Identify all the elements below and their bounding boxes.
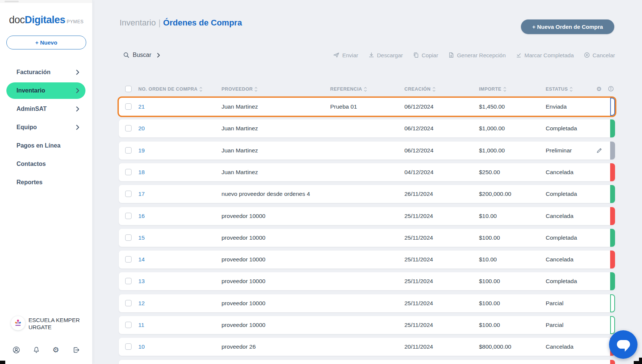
- cell-proveedor: Juan Martinez: [221, 119, 258, 137]
- cell-creacion: 06/12/2024: [404, 119, 434, 137]
- table-row[interactable]: 11 proveedor 10000 25/11/2024 $100.00 Pa…: [119, 316, 615, 334]
- row-checkbox[interactable]: [125, 300, 132, 306]
- cell-importe: $100.00: [479, 316, 500, 334]
- cell-order-number[interactable]: 20: [138, 119, 145, 137]
- cell-order-number[interactable]: 11: [138, 316, 144, 334]
- sort-icon[interactable]: [570, 87, 573, 92]
- column-header-estatus[interactable]: ESTATUS: [546, 85, 573, 94]
- table-row[interactable]: [119, 360, 615, 364]
- download-button[interactable]: Descargar: [368, 52, 403, 58]
- sidebar-item-facturación[interactable]: Facturación: [6, 64, 85, 81]
- mark-completed-button[interactable]: Marcar Completada: [516, 52, 574, 58]
- sort-icon[interactable]: [254, 87, 257, 92]
- bulk-actions-toolbar: Enviar Descargar Copiar Generar Recepció…: [330, 50, 615, 60]
- cell-order-number[interactable]: 18: [138, 163, 145, 181]
- cell-order-number[interactable]: 15: [138, 229, 145, 247]
- table-row[interactable]: 20 Juan Martinez 06/12/2024 $1,000.00 Co…: [119, 119, 615, 137]
- row-checkbox[interactable]: [125, 103, 132, 110]
- column-settings-gear-icon[interactable]: ⚙: [596, 85, 602, 93]
- row-checkbox[interactable]: [125, 256, 132, 263]
- cell-order-number[interactable]: 19: [138, 142, 145, 160]
- table-row[interactable]: 13 proveedor 10000 25/11/2024 $100.00 Co…: [119, 272, 615, 290]
- settings-gear-icon[interactable]: ⚙: [51, 345, 60, 354]
- logo-digitales: Digitales: [25, 14, 65, 26]
- sidebar-item-label: Pagos en Línea: [16, 142, 79, 149]
- generate-reception-button[interactable]: Generar Recepción: [448, 52, 506, 58]
- sidebar-item-adminsat[interactable]: AdminSAT: [6, 101, 85, 117]
- sidebar: docDigitalesPYMES + Nuevo Facturación In…: [0, 0, 93, 364]
- column-header-proveedor[interactable]: PROVEEDOR: [221, 85, 257, 94]
- sidebar-item-reportes[interactable]: Reportes: [6, 174, 85, 191]
- row-checkbox[interactable]: [125, 213, 132, 219]
- screen-artifact: [634, 361, 642, 364]
- new-order-button[interactable]: + Nueva Orden de Compra: [521, 19, 614, 34]
- sort-icon[interactable]: [364, 87, 367, 92]
- avatar[interactable]: [11, 316, 25, 330]
- column-header-creacion[interactable]: CREACIÓN: [404, 85, 435, 94]
- sort-icon[interactable]: [503, 87, 506, 92]
- cell-order-number[interactable]: 12: [138, 294, 145, 312]
- row-checkbox[interactable]: [125, 191, 132, 197]
- cell-order-number[interactable]: 21: [138, 98, 145, 116]
- select-all-checkbox[interactable]: [125, 86, 132, 92]
- cell-importe: $1,000.00: [479, 119, 505, 137]
- sort-icon[interactable]: [432, 87, 435, 92]
- table-row[interactable]: 19 Juan Martinez 06/12/2024 $1,000.00 Pr…: [119, 142, 615, 160]
- info-icon[interactable]: [608, 86, 614, 93]
- school-logo-icon: [12, 317, 24, 330]
- row-checkbox[interactable]: [125, 322, 132, 328]
- cell-order-number[interactable]: 17: [138, 185, 145, 203]
- user-name[interactable]: ESCUELA KEMPER URGATE: [28, 316, 85, 331]
- row-checkbox[interactable]: [125, 343, 132, 350]
- account-icon[interactable]: [12, 345, 21, 354]
- document-icon: [448, 52, 454, 58]
- send-button[interactable]: Enviar: [333, 52, 358, 58]
- download-icon: [368, 52, 374, 58]
- new-button[interactable]: + Nuevo: [6, 36, 86, 49]
- cell-order-number[interactable]: 10: [138, 338, 145, 356]
- sidebar-item-equipo[interactable]: Equipo: [6, 119, 85, 136]
- table-row[interactable]: 12 proveedor 10000 25/11/2024 $100.00 Pa…: [119, 294, 615, 312]
- row-checkbox[interactable]: [125, 169, 132, 175]
- table-row[interactable]: 21 Juan Martinez Prueba 01 06/12/2024 $1…: [119, 98, 615, 116]
- cell-order-number[interactable]: 16: [138, 207, 145, 225]
- row-checkbox[interactable]: [125, 147, 132, 154]
- notifications-bell-icon[interactable]: [32, 345, 41, 354]
- scroll-thumb[interactable]: [4, 1, 19, 2]
- cell-proveedor: proveedor 10000: [221, 251, 265, 269]
- column-header-order-number[interactable]: NO. ORDEN DE COMPRA: [138, 85, 202, 94]
- cell-proveedor: nuevo proveedor desde ordenes 4: [221, 185, 310, 203]
- cell-estatus: Completada: [546, 119, 577, 137]
- cell-proveedor: proveedor 10000: [221, 316, 265, 334]
- sidebar-item-contactos[interactable]: Contactos: [6, 156, 85, 172]
- cell-order-number[interactable]: 13: [138, 272, 145, 290]
- breadcrumb-parent[interactable]: Inventario: [120, 18, 156, 27]
- sort-icon[interactable]: [199, 87, 202, 92]
- table-row[interactable]: 16 proveedor 10000 25/11/2024 $10.00 Can…: [119, 207, 615, 225]
- status-bar: [610, 251, 615, 269]
- table-row[interactable]: 17 nuevo proveedor desde ordenes 4 26/11…: [119, 185, 615, 203]
- copy-button[interactable]: Copiar: [413, 52, 438, 58]
- table-row[interactable]: 10 proveedor 26 20/11/2024 $800,000.00 C…: [119, 338, 615, 356]
- cancel-button[interactable]: Cancelar: [584, 52, 615, 58]
- edit-icon[interactable]: [596, 148, 602, 154]
- search-toggle[interactable]: Buscar: [123, 50, 160, 60]
- table-row[interactable]: 18 Juan Martinez 04/12/2024 $250.00 Canc…: [119, 163, 615, 181]
- row-checkbox[interactable]: [125, 125, 132, 131]
- column-header-importe[interactable]: IMPORTE: [479, 85, 506, 94]
- logout-icon[interactable]: [72, 345, 81, 354]
- send-icon: [333, 52, 340, 58]
- table-row[interactable]: 15 proveedor 10000 25/11/2024 $100.00 Co…: [119, 229, 615, 247]
- cell-importe: $1,450.00: [479, 98, 505, 116]
- cell-order-number[interactable]: 14: [138, 251, 145, 269]
- chat-widget-button[interactable]: [609, 330, 638, 359]
- sidebar-item-pagos-en-línea[interactable]: Pagos en Línea: [6, 137, 85, 154]
- cell-creacion: 25/11/2024: [404, 251, 433, 269]
- cell-importe: $100.00: [479, 272, 500, 290]
- row-checkbox[interactable]: [125, 234, 132, 241]
- row-checkbox[interactable]: [125, 278, 132, 284]
- column-header-referencia[interactable]: REFERENCIA: [330, 85, 367, 94]
- table-row[interactable]: 14 proveedor 10000 25/11/2024 $10.00 Can…: [119, 251, 615, 269]
- cell-proveedor: proveedor 10000: [221, 207, 265, 225]
- cell-estatus: Cancelada: [546, 207, 573, 225]
